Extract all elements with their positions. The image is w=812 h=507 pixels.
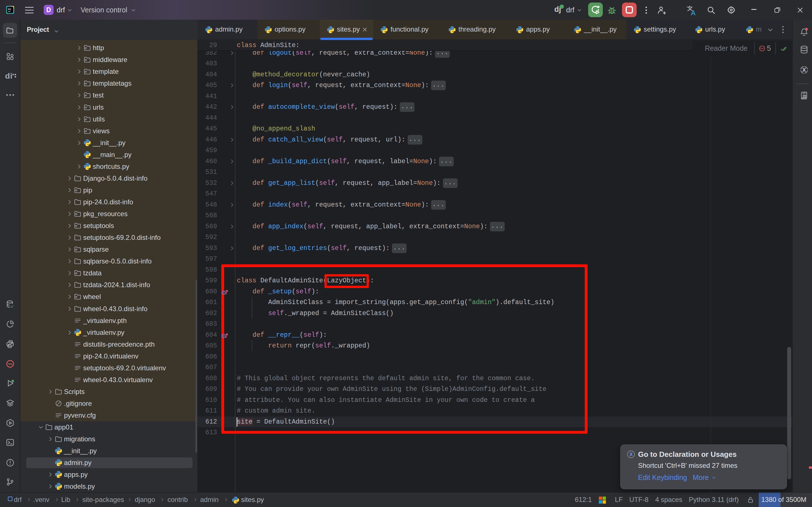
svg-text:A: A (804, 95, 806, 98)
svg-text:A: A (691, 9, 696, 16)
svg-text:PC: PC (8, 8, 11, 11)
svg-text:X: X (630, 452, 633, 457)
svg-text:X: X (802, 67, 806, 73)
